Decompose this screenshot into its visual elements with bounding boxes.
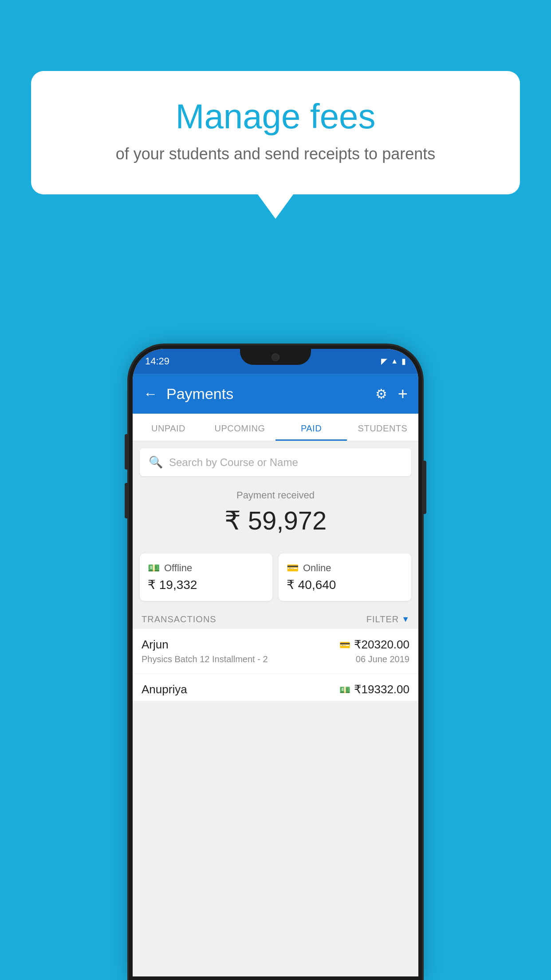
settings-icon[interactable]: ⚙: [375, 386, 387, 402]
transaction-row-partial[interactable]: Anupriya 💵 ₹19332.00: [133, 674, 418, 701]
payment-total-amount: ₹ 59,972: [142, 506, 409, 536]
battery-icon: ▮: [401, 356, 406, 366]
online-label: Online: [303, 562, 331, 574]
payment-cards: 💵 Offline ₹ 19,332 💳 Online ₹ 40,640: [133, 553, 418, 601]
phone-screen: 14:29 ◤ ▲ ▮ ← Payments ⚙ + UNPAID: [133, 349, 418, 976]
transaction-amount: ₹20320.00: [354, 638, 409, 652]
tab-upcoming[interactable]: UPCOMING: [204, 414, 276, 441]
offline-label: Offline: [164, 562, 192, 574]
volume-up-button: [125, 434, 128, 470]
filter-icon: ▼: [401, 615, 409, 624]
cash-payment-icon: 💵: [339, 684, 350, 695]
add-icon[interactable]: +: [398, 384, 408, 403]
status-icons: ◤ ▲ ▮: [381, 356, 406, 366]
power-button: [423, 461, 426, 514]
offline-card-header: 💵 Offline: [148, 562, 264, 574]
transaction-amount-section: 💳 ₹20320.00: [339, 638, 409, 652]
transaction-date: 06 June 2019: [356, 654, 409, 664]
transaction-row-top: Arjun 💳 ₹20320.00: [142, 638, 409, 652]
search-bar[interactable]: 🔍 Search by Course or Name: [140, 448, 411, 476]
offline-amount: ₹ 19,332: [148, 577, 264, 592]
online-card-header: 💳 Online: [287, 562, 403, 574]
transaction-row-bottom: Physics Batch 12 Installment - 2 06 June…: [142, 654, 409, 664]
volume-down-button: [125, 483, 128, 518]
transaction-row[interactable]: Arjun 💳 ₹20320.00 Physics Batch 12 Insta…: [133, 629, 418, 674]
app-title: Payments: [166, 385, 366, 403]
transactions-header: TRANSACTIONS FILTER ▼: [133, 610, 418, 629]
tabs: UNPAID UPCOMING PAID STUDENTS: [133, 414, 418, 441]
search-icon: 🔍: [149, 455, 163, 469]
online-icon: 💳: [287, 562, 299, 574]
offline-card: 💵 Offline ₹ 19,332: [140, 553, 272, 601]
phone-notch: [240, 349, 311, 365]
transaction-name: Arjun: [142, 638, 169, 652]
status-time: 14:29: [145, 356, 169, 367]
online-amount: ₹ 40,640: [287, 577, 403, 592]
wifi-icon: ◤: [381, 356, 387, 366]
bubble-subtitle: of your students and send receipts to pa…: [53, 145, 498, 163]
phone-frame: 14:29 ◤ ▲ ▮ ← Payments ⚙ + UNPAID: [129, 345, 422, 980]
transaction-amount-section-2: 💵 ₹19332.00: [339, 683, 409, 696]
transaction-name-2: Anupriya: [142, 683, 187, 696]
card-payment-icon: 💳: [339, 640, 350, 650]
tab-students[interactable]: STUDENTS: [347, 414, 418, 441]
signal-icon: ▲: [391, 357, 398, 365]
transaction-amount-2: ₹19332.00: [354, 683, 409, 696]
online-card: 💳 Online ₹ 40,640: [279, 553, 411, 601]
payment-summary: Payment received ₹ 59,972: [133, 476, 418, 553]
bubble-title: Manage fees: [53, 98, 498, 136]
transaction-course: Physics Batch 12 Installment - 2: [142, 654, 268, 664]
speech-bubble: Manage fees of your students and send re…: [31, 71, 520, 194]
tab-paid[interactable]: PAID: [276, 414, 347, 441]
transactions-label: TRANSACTIONS: [142, 614, 216, 624]
app-bar-actions: ⚙ +: [375, 384, 408, 403]
tab-unpaid[interactable]: UNPAID: [133, 414, 204, 441]
search-placeholder-text: Search by Course or Name: [169, 456, 298, 469]
app-bar: ← Payments ⚙ +: [133, 374, 418, 414]
camera: [272, 353, 279, 361]
payment-received-label: Payment received: [142, 490, 409, 501]
filter-section[interactable]: FILTER ▼: [366, 614, 409, 624]
offline-icon: 💵: [148, 562, 160, 574]
filter-label: FILTER: [366, 614, 399, 624]
transaction-row-top-partial: Anupriya 💵 ₹19332.00: [142, 683, 409, 696]
back-button[interactable]: ←: [143, 386, 157, 402]
page-background: Manage fees of your students and send re…: [0, 0, 551, 980]
